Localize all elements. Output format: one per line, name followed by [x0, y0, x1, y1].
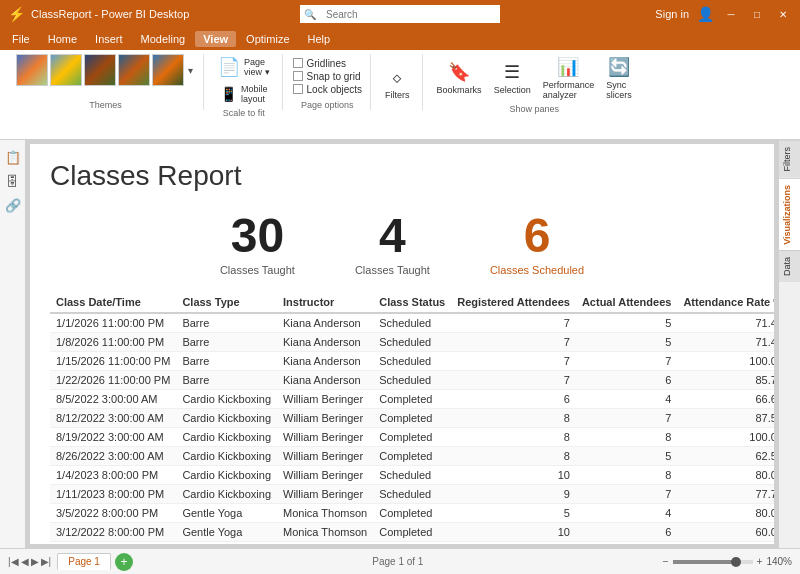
zoom-slider[interactable] — [673, 560, 753, 564]
col-header-actual: Actual Attendees — [576, 292, 677, 313]
table-cell: 5 — [451, 504, 576, 523]
table-cell: 1/1/2026 11:00:00 PM — [50, 313, 176, 333]
mobile-layout-button[interactable]: 📱 Mobilelayout — [214, 82, 274, 106]
table-cell: 80.00 — [677, 504, 774, 523]
search-input[interactable] — [320, 5, 480, 23]
bookmarks-button[interactable]: 🔖 Bookmarks — [433, 59, 486, 97]
table-cell: 8 — [451, 447, 576, 466]
page-view-icon: 📄 — [218, 56, 240, 78]
theme-sample-1[interactable] — [16, 54, 48, 86]
maximize-button[interactable]: □ — [748, 5, 766, 23]
nav-arrows: |◀ ◀ ▶ ▶| — [8, 556, 51, 567]
table-row: 3/5/2022 8:00:00 PMGentle YogaMonica Tho… — [50, 504, 774, 523]
kpi-number-0: 30 — [231, 212, 284, 260]
zoom-fill — [673, 560, 733, 564]
filters-panel-tab[interactable]: Filters — [779, 140, 800, 178]
table-cell: Cardio Kickboxing — [176, 447, 277, 466]
kpi-label-0: Classes Taught — [220, 264, 295, 276]
sidebar-model-icon[interactable]: 🔗 — [4, 196, 22, 214]
table-cell: Kiana Anderson — [277, 313, 373, 333]
table-row: 1/15/2026 11:00:00 PMBarreKiana Anderson… — [50, 352, 774, 371]
kpi-number-1: 4 — [379, 212, 406, 260]
theme-sample-3[interactable] — [84, 54, 116, 86]
menu-insert[interactable]: Insert — [87, 31, 131, 47]
bottom-bar: |◀ ◀ ▶ ▶| Page 1 + Page 1 of 1 − + 140% — [0, 548, 800, 574]
menu-home[interactable]: Home — [40, 31, 85, 47]
table-cell: 10 — [451, 523, 576, 542]
zoom-out-button[interactable]: − — [663, 556, 669, 567]
ribbon: ▾ Themes 📄 Pageview ▾ 📱 Mobilelayout Sca… — [0, 50, 800, 140]
table-row: 3/12/2022 8:00:00 PMGentle YogaMonica Th… — [50, 523, 774, 542]
theme-sample-2[interactable] — [50, 54, 82, 86]
table-row: 8/26/2022 3:00:00 AMCardio KickboxingWil… — [50, 447, 774, 466]
close-button[interactable]: ✕ — [774, 5, 792, 23]
menu-help[interactable]: Help — [300, 31, 339, 47]
page-info: Page 1 of 1 — [372, 556, 423, 567]
zoom-in-button[interactable]: + — [757, 556, 763, 567]
zoom-thumb — [731, 557, 741, 567]
table-cell: 85.71 — [677, 371, 774, 390]
title-bar: ⚡ ClassReport - Power BI Desktop 🔍 Sign … — [0, 0, 800, 28]
visualizations-panel-tab[interactable]: Visualizations — [779, 178, 800, 251]
table-cell: Completed — [373, 504, 451, 523]
nav-next-button[interactable]: ▶ — [31, 556, 39, 567]
themes-more-icon[interactable]: ▾ — [186, 65, 195, 76]
table-cell: 10 — [451, 466, 576, 485]
theme-sample-5[interactable] — [152, 54, 184, 86]
table-row: 8/19/2022 3:00:00 AMCardio KickboxingWil… — [50, 428, 774, 447]
sidebar-report-icon[interactable]: 📋 — [4, 148, 22, 166]
table-cell: Barre — [176, 313, 277, 333]
table-cell: Completed — [373, 447, 451, 466]
menu-view[interactable]: View — [195, 31, 236, 47]
table-cell: Scheduled — [373, 333, 451, 352]
table-row: 1/4/2023 8:00:00 PMCardio KickboxingWill… — [50, 466, 774, 485]
performance-button[interactable]: 📊 Performanceanalyzer — [539, 54, 599, 102]
table-row: 8/5/2022 3:00:00 AMCardio KickboxingWill… — [50, 390, 774, 409]
table-cell: 6 — [576, 371, 677, 390]
table-cell: Scheduled — [373, 485, 451, 504]
search-icon: 🔍 — [300, 9, 320, 20]
table-cell: 6 — [451, 390, 576, 409]
col-header-status: Class Status — [373, 292, 451, 313]
sidebar-data-icon[interactable]: 🗄 — [4, 172, 22, 190]
table-cell: Scheduled — [373, 313, 451, 333]
table-cell: 7 — [451, 313, 576, 333]
gridlines-checkbox[interactable]: Gridlines — [293, 58, 363, 69]
selection-button[interactable]: ☰ Selection — [490, 59, 535, 97]
scale-group-label: Scale to fit — [223, 106, 265, 118]
table-cell: 8 — [576, 428, 677, 447]
filters-button[interactable]: ⬦ Filters — [381, 63, 414, 102]
table-cell: Barre — [176, 333, 277, 352]
table-cell: 1/22/2026 11:00:00 PM — [50, 371, 176, 390]
data-panel-tab[interactable]: Data — [779, 250, 800, 282]
nav-prev-button[interactable]: ◀ — [21, 556, 29, 567]
menu-modeling[interactable]: Modeling — [133, 31, 194, 47]
theme-sample-4[interactable] — [118, 54, 150, 86]
table-cell: Cardio Kickboxing — [176, 409, 277, 428]
sync-slicers-button[interactable]: 🔄 Syncslicers — [602, 54, 636, 102]
table-cell: 62.50 — [677, 447, 774, 466]
snap-to-grid-checkbox[interactable]: Snap to grid — [293, 71, 363, 82]
table-cell: 1/15/2026 11:00:00 PM — [50, 352, 176, 371]
table-cell: William Beringer — [277, 409, 373, 428]
table-cell: Completed — [373, 428, 451, 447]
menu-optimize[interactable]: Optimize — [238, 31, 297, 47]
table-cell: 7 — [451, 352, 576, 371]
add-page-button[interactable]: + — [115, 553, 133, 571]
theme-samples: ▾ — [16, 54, 195, 86]
signin-label[interactable]: Sign in — [655, 8, 689, 20]
minimize-button[interactable]: ─ — [722, 5, 740, 23]
page-tab-1[interactable]: Page 1 — [57, 553, 111, 570]
search-bar[interactable]: 🔍 — [300, 5, 500, 23]
menu-file[interactable]: File — [4, 31, 38, 47]
page-view-button[interactable]: 📄 Pageview ▾ — [214, 54, 274, 80]
report-title: Classes Report — [30, 144, 774, 200]
lock-objects-checkbox[interactable]: Lock objects — [293, 84, 363, 95]
table-cell: 7 — [576, 409, 677, 428]
table-cell: 7 — [576, 485, 677, 504]
nav-first-button[interactable]: |◀ — [8, 556, 19, 567]
table-body: 1/1/2026 11:00:00 PMBarreKiana AndersonS… — [50, 313, 774, 542]
page-options-label: Page options — [301, 98, 354, 110]
table-cell: 5 — [576, 313, 677, 333]
nav-last-button[interactable]: ▶| — [41, 556, 52, 567]
